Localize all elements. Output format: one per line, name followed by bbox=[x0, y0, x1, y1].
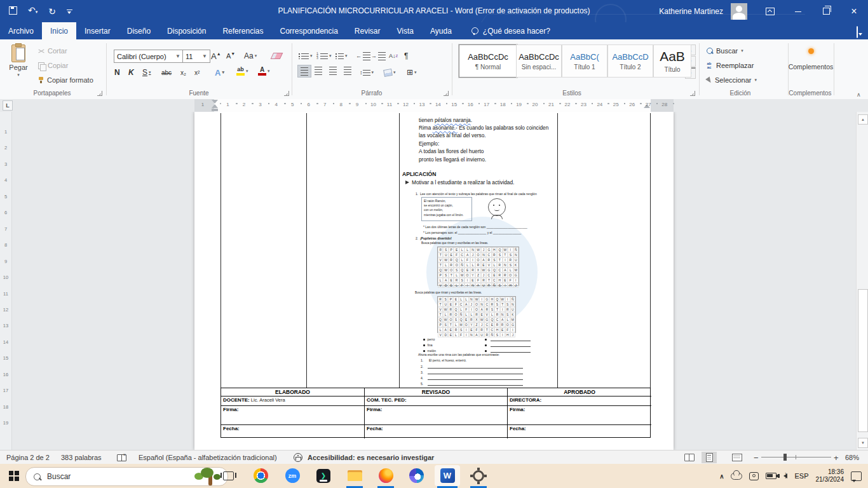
decrease-indent-button[interactable]: ← bbox=[356, 50, 370, 62]
shading-button[interactable]: ▾ bbox=[384, 66, 396, 79]
read-mode-button[interactable] bbox=[682, 451, 697, 464]
meet-now-icon[interactable] bbox=[749, 472, 759, 480]
strikethrough-button[interactable]: abc bbox=[161, 66, 172, 79]
text-effects-button[interactable]: A▾ bbox=[215, 66, 224, 79]
cut-button[interactable]: Cortar bbox=[38, 47, 67, 55]
multilevel-dropdown-icon[interactable]: ▾ bbox=[345, 53, 348, 58]
paste-button[interactable]: Pegar ▾ bbox=[4, 44, 33, 78]
collapse-ribbon-button[interactable]: ∧ bbox=[857, 92, 861, 98]
tab-insertar[interactable]: Insertar bbox=[76, 22, 119, 39]
grow-font-button[interactable]: A▲ bbox=[211, 50, 221, 62]
vertical-ruler[interactable]: 12345678910111213141516171819 bbox=[0, 112, 12, 450]
tab-vista[interactable]: Vista bbox=[389, 22, 422, 39]
web-layout-button[interactable] bbox=[729, 451, 745, 464]
select-button[interactable]: Seleccionar▾ bbox=[707, 76, 757, 84]
tray-expand-icon[interactable]: ∧ bbox=[719, 473, 724, 480]
print-layout-button[interactable] bbox=[702, 451, 717, 464]
clipboard-dialog-launcher[interactable] bbox=[97, 91, 102, 96]
justify-button[interactable] bbox=[341, 65, 354, 76]
show-paragraph-marks-button[interactable]: ¶ bbox=[404, 50, 408, 62]
align-right-button[interactable] bbox=[327, 65, 339, 76]
font-family-combobox[interactable]: Calibri (Cuerpo)▼ bbox=[114, 50, 184, 63]
firefox-taskbar-button[interactable] bbox=[373, 465, 398, 486]
subscript-button[interactable]: x₂ bbox=[180, 66, 186, 79]
line-spacing-button[interactable]: ↕▾ bbox=[360, 66, 374, 79]
zoom-slider-thumb[interactable] bbox=[783, 454, 787, 461]
align-left-button[interactable] bbox=[297, 65, 311, 78]
font-size-combobox[interactable]: 11▼ bbox=[182, 50, 210, 63]
document-page[interactable]: tienen pétalos naranja.Rima asonante.- E… bbox=[194, 112, 674, 450]
minimize-button[interactable] bbox=[784, 0, 812, 22]
action-center-icon[interactable] bbox=[851, 471, 862, 481]
avatar[interactable] bbox=[731, 3, 747, 20]
language-indicator[interactable]: Español (España - alfabetización tradici… bbox=[139, 451, 277, 464]
italic-button[interactable]: K bbox=[128, 66, 134, 79]
font-color-dropdown-icon[interactable]: ▾ bbox=[268, 69, 270, 74]
language-tray-indicator[interactable]: ESP bbox=[794, 472, 808, 480]
style-t-tulo-2[interactable]: AaBbCcDTítulo 2 bbox=[607, 44, 653, 78]
zoom-level[interactable]: 68% bbox=[845, 451, 859, 464]
underline-button[interactable]: S▾ bbox=[142, 66, 151, 79]
style-t-tulo-1[interactable]: AaBbC(Título 1 bbox=[562, 44, 607, 78]
multilevel-list-button[interactable]: ▾ bbox=[336, 50, 348, 62]
tab-referencias[interactable]: Referencias bbox=[214, 22, 271, 39]
vertical-scrollbar[interactable]: ▲ ▼ bbox=[856, 112, 868, 450]
scroll-down-button[interactable]: ▼ bbox=[858, 438, 868, 448]
tab-revisar[interactable]: Revisar bbox=[346, 22, 389, 39]
left-indent-marker[interactable] bbox=[212, 109, 218, 111]
bullets-button[interactable]: ▾ bbox=[299, 50, 313, 62]
chrome-taskbar-button[interactable] bbox=[248, 465, 273, 486]
highlight-button[interactable]: ab▾ bbox=[236, 65, 248, 78]
word-taskbar-button[interactable]: W bbox=[435, 465, 460, 486]
paragraph-dialog-launcher[interactable] bbox=[444, 91, 449, 96]
bullets-dropdown-icon[interactable]: ▾ bbox=[310, 53, 313, 58]
font-color-button[interactable]: A▾ bbox=[258, 65, 270, 78]
change-case-button[interactable]: Aa▾ bbox=[244, 50, 257, 62]
zoom-taskbar-button[interactable]: zm bbox=[280, 465, 305, 486]
first-line-indent-marker[interactable] bbox=[212, 100, 218, 104]
find-button[interactable]: Buscar▾ bbox=[707, 47, 743, 55]
numbering-dropdown-icon[interactable]: ▾ bbox=[329, 53, 332, 58]
shading-dropdown-icon[interactable]: ▾ bbox=[393, 70, 396, 75]
numbering-button[interactable]: 1 2 3▾ bbox=[316, 50, 332, 62]
tab-archivo[interactable]: Archivo bbox=[0, 22, 42, 39]
zoom-slider-track[interactable] bbox=[761, 457, 831, 458]
line-spacing-dropdown-icon[interactable]: ▾ bbox=[372, 70, 374, 75]
tab-correspondencia[interactable]: Correspondencia bbox=[271, 22, 346, 39]
align-center-button[interactable] bbox=[312, 65, 325, 76]
word-count[interactable]: 383 palabras bbox=[61, 451, 102, 464]
battery-icon[interactable] bbox=[766, 473, 776, 479]
clock[interactable]: 18:3621/3/2024 bbox=[816, 468, 844, 484]
addins-button[interactable]: Complementos bbox=[790, 48, 831, 71]
close-button[interactable]: × bbox=[840, 0, 868, 22]
hanging-indent-marker[interactable] bbox=[212, 104, 218, 108]
styles-dialog-launcher[interactable] bbox=[690, 91, 695, 96]
scrollbar-thumb[interactable] bbox=[858, 289, 868, 432]
style-t-tulo[interactable]: AaBTítulo bbox=[653, 44, 691, 78]
taskbar-search-box[interactable]: Buscar bbox=[25, 467, 228, 486]
format-painter-button[interactable]: Copiar formato bbox=[38, 76, 93, 84]
file-explorer-taskbar-button[interactable] bbox=[342, 465, 367, 486]
feedback-button[interactable] bbox=[857, 27, 858, 38]
tell-me-control[interactable]: ¿Qué desea hacer? bbox=[471, 22, 550, 39]
zoom-out-button[interactable]: − bbox=[754, 451, 759, 464]
tab-diseño[interactable]: Diseño bbox=[119, 22, 159, 39]
tab-ayuda[interactable]: Ayuda bbox=[422, 22, 460, 39]
underline-dropdown-icon[interactable]: ▾ bbox=[149, 70, 151, 75]
scroll-up-button[interactable]: ▲ bbox=[858, 114, 868, 125]
restore-button[interactable] bbox=[812, 0, 840, 22]
bold-button[interactable]: N bbox=[114, 66, 120, 79]
superscript-button[interactable]: x² bbox=[194, 66, 200, 79]
tab-inicio[interactable]: Inicio bbox=[42, 22, 76, 39]
style--normal[interactable]: AaBbCcDc¶ Normal bbox=[459, 44, 517, 78]
borders-button[interactable]: ⊞▾ bbox=[407, 66, 417, 79]
page-indicator[interactable]: Página 2 de 2 bbox=[6, 451, 50, 464]
borders-dropdown-icon[interactable]: ▾ bbox=[414, 70, 417, 75]
sort-button[interactable]: A↓Z bbox=[389, 50, 398, 62]
copy-button[interactable]: Copiar bbox=[38, 62, 68, 69]
tab-disposición[interactable]: Disposición bbox=[159, 22, 214, 39]
settings-taskbar-button[interactable] bbox=[466, 465, 491, 486]
clear-formatting-button[interactable] bbox=[272, 50, 281, 62]
zoom-in-button[interactable]: + bbox=[834, 451, 839, 464]
horizontal-ruler[interactable]: 1123456789101112131415161718192021222324… bbox=[194, 99, 674, 112]
